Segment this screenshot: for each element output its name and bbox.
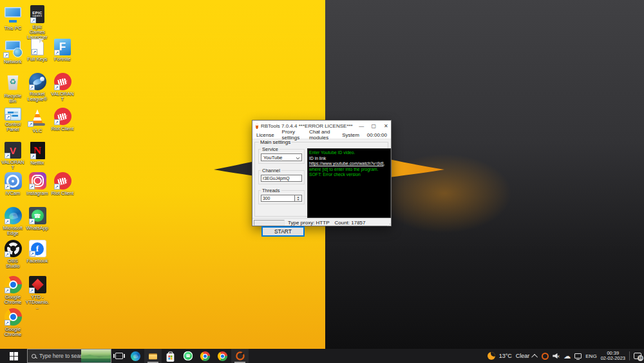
threads-spinner[interactable]: ▲▼: [295, 195, 302, 202]
taskbar-file-explorer-button[interactable]: [144, 349, 162, 363]
status-progress-box: [254, 220, 285, 226]
task-view-icon: [115, 353, 123, 359]
shortcut-arrow-icon: ↗: [54, 119, 60, 125]
status-count: Count: 17857: [334, 220, 365, 226]
menu-system[interactable]: System: [338, 132, 363, 138]
menu-license[interactable]: License: [252, 132, 278, 138]
start-menu-button[interactable]: [0, 349, 27, 363]
system-tray: 13°C Clear ✕ ☁ ENG 00:39 02-02-2023 15: [488, 351, 644, 362]
desktop-icon-label: Google Chrome: [1, 295, 25, 305]
desktop-icon-whatsapp[interactable]: ↗WhatsApp: [25, 207, 50, 231]
taskbar-search[interactable]: Type here to search: [27, 349, 111, 363]
desktop-icon-fortnite[interactable]: ↗Fortnite: [50, 39, 75, 62]
taskbar-app-icons: [127, 349, 249, 363]
weather-condition[interactable]: Clear: [516, 353, 530, 359]
channel-input[interactable]: r3EGuJ4pmQ: [261, 175, 302, 182]
shortcut-arrow-icon: ↗: [28, 121, 33, 127]
maximize-button[interactable]: ▢: [368, 121, 380, 131]
ivcam-icon: ↗: [5, 172, 22, 190]
status-proxy: Type proxy: HTTP: [288, 220, 329, 226]
desktop-icon-label: Facebook: [25, 259, 50, 264]
threads-input[interactable]: 300: [261, 195, 295, 202]
shortcut-arrow-icon: ↗: [32, 49, 37, 55]
ytd-icon: ↗: [29, 276, 46, 293]
desktop-icon-obs-studio[interactable]: ↗OBS Studio: [1, 240, 25, 269]
shortcut-arrow-icon: ↗: [30, 153, 36, 159]
desktop-icon-label: Control Panel: [1, 122, 25, 132]
desktop-icon-full-keys[interactable]: ↗Full Keys: [25, 39, 50, 62]
desktop-icon-valorant[interactable]: ↗VALORANT: [1, 142, 25, 170]
desktop-icon-facebook[interactable]: ↗Facebook: [25, 240, 50, 264]
facebook-icon: ↗: [29, 240, 46, 257]
taskbar-chrome-2-button[interactable]: [214, 349, 231, 363]
desktop-icon-label: Fortnite: [50, 57, 75, 62]
chrome-icon: ↗: [5, 308, 22, 326]
shortcut-arrow-icon: ↗: [5, 251, 10, 257]
desktop-icon-instagram[interactable]: ↗Instagram: [25, 172, 50, 196]
desktop-icon-vlc[interactable]: ↗VLC: [25, 108, 50, 133]
desktop-icon-riot-client[interactable]: ↗Riot Client: [50, 108, 75, 132]
weather-temp[interactable]: 13°C: [499, 353, 512, 359]
taskbar-clock[interactable]: 00:39 02-02-2023: [601, 351, 625, 362]
desktop-icon-label: VALORANT: [50, 92, 75, 102]
tray-divider: [629, 351, 630, 360]
menu-00-00-00[interactable]: 00:00:00: [363, 132, 391, 138]
volume-muted-button[interactable]: ✕: [553, 353, 560, 359]
rbtools-tray-icon[interactable]: [542, 353, 549, 360]
youtube-link[interactable]: https://www.youtube.com/watch?v=[id]: [309, 161, 383, 166]
desktop-icon-this-pc[interactable]: This PC: [1, 5, 25, 31]
desktop-icon-microsoft-edge[interactable]: ↗Microsoft Edge: [1, 207, 25, 236]
taskbar-whatsapp-button[interactable]: [179, 349, 196, 363]
edge-icon: [131, 351, 140, 360]
desktop-icon-rocket-league[interactable]: ↗Rocket League®: [25, 73, 50, 102]
minimize-button[interactable]: —: [355, 121, 368, 131]
desktop-icon-epic-games-launcher[interactable]: ↗Epic Games Launcher: [25, 5, 50, 40]
desktop-icon-label: Riot Client: [50, 126, 75, 132]
shortcut-arrow-icon: ↗: [5, 184, 10, 190]
service-label: Service: [261, 146, 279, 152]
start-button[interactable]: START: [261, 226, 305, 237]
taskbar-chrome-button[interactable]: [196, 349, 214, 363]
desktop-icon-ivcam[interactable]: ↗iVCam: [1, 172, 25, 196]
task-view-button[interactable]: [111, 349, 127, 363]
desktop-icon-label: Network: [1, 59, 25, 64]
desktop-icon-label: Epic Games Launcher: [25, 25, 50, 40]
taskbar-edge-button[interactable]: [127, 349, 144, 363]
rocket-icon: ↗: [29, 73, 46, 90]
network-display-icon[interactable]: [574, 353, 582, 358]
desktop-screen: This PC↗Epic Games Launcher↗Network↗Full…: [0, 0, 644, 363]
notification-center-button[interactable]: 15: [634, 353, 641, 359]
desktop-icon-network[interactable]: ↗Network: [1, 39, 25, 64]
valorant-icon: ↗: [5, 142, 21, 159]
desktop-icon-label: iVCam: [1, 191, 25, 196]
network-icon: ↗: [3, 39, 23, 58]
onedrive-cloud-icon[interactable]: ☁: [564, 353, 571, 360]
desktop-icon-ytd-ytdownlo[interactable]: ↗YTD - YTDownlo...: [25, 276, 50, 310]
shortcut-arrow-icon: ↗: [54, 184, 60, 190]
service-dropdown[interactable]: YouTube: [261, 153, 302, 161]
threads-group: Threads 300 ▲▼: [258, 188, 305, 204]
desktop-icon-control-panel[interactable]: ↗Control Panel: [1, 108, 25, 132]
desktop-icon-google-chrome[interactable]: ↗Google Chrome: [1, 276, 25, 305]
main-settings-group: Main settings Service YouTube Channel r3…: [254, 142, 388, 217]
tray-expand-chevron-icon[interactable]: [531, 353, 538, 360]
desktop-icon-google-chrome[interactable]: ↗Google Chrome: [1, 308, 25, 337]
shortcut-arrow-icon: ↗: [5, 219, 10, 224]
desktop-icon-netflix[interactable]: ↗Netflix: [25, 142, 50, 166]
taskbar-microsoft-store-button[interactable]: [162, 349, 179, 363]
vlc-icon: ↗: [28, 108, 47, 127]
shortcut-arrow-icon: ↗: [5, 320, 10, 326]
desktop-icon-valorant[interactable]: ↗VALORANT: [50, 73, 75, 102]
obs-icon: ↗: [5, 240, 22, 257]
language-indicator[interactable]: ENG: [585, 353, 596, 359]
resize-grip[interactable]: [385, 221, 390, 226]
desktop-icon-label: VALORANT: [1, 160, 25, 170]
desktop-icon-riot-client[interactable]: ↗Riot Client: [50, 172, 75, 196]
clock-date: 02-02-2023: [601, 355, 625, 361]
close-button[interactable]: ✕: [380, 121, 392, 131]
shortcut-arrow-icon: ↗: [5, 114, 11, 120]
taskbar-rbtools-button[interactable]: [231, 349, 249, 363]
desktop-icon-recycle-bin[interactable]: Recycle Bin: [1, 73, 25, 104]
shortcut-arrow-icon: ↗: [54, 84, 60, 90]
desktop-icon-label: This PC: [1, 26, 25, 31]
